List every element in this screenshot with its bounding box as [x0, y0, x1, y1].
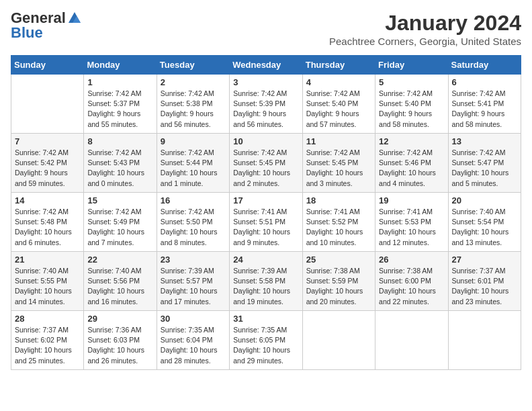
day-number: 16	[161, 195, 226, 205]
days-header-row: SundayMondayTuesdayWednesdayThursdayFrid…	[11, 56, 521, 75]
day-number: 2	[161, 77, 226, 87]
calendar-cell: 12Sunrise: 7:42 AMSunset: 5:46 PMDayligh…	[375, 134, 448, 193]
day-info: Sunrise: 7:42 AMSunset: 5:50 PMDaylight:…	[161, 207, 226, 248]
calendar-cell: 18Sunrise: 7:41 AMSunset: 5:52 PMDayligh…	[302, 193, 375, 252]
week-row-4: 21Sunrise: 7:40 AMSunset: 5:55 PMDayligh…	[11, 252, 521, 311]
day-number: 12	[379, 136, 444, 146]
calendar-cell: 15Sunrise: 7:42 AMSunset: 5:49 PMDayligh…	[84, 193, 157, 252]
calendar-cell: 17Sunrise: 7:41 AMSunset: 5:51 PMDayligh…	[230, 193, 302, 252]
day-header-wednesday: Wednesday	[230, 56, 302, 75]
day-number: 25	[306, 255, 371, 265]
day-info: Sunrise: 7:39 AMSunset: 5:58 PMDaylight:…	[233, 266, 298, 307]
day-number: 24	[233, 255, 298, 265]
day-info: Sunrise: 7:42 AMSunset: 5:40 PMDaylight:…	[379, 89, 444, 130]
calendar-cell: 28Sunrise: 7:37 AMSunset: 6:02 PMDayligh…	[11, 311, 84, 370]
day-info: Sunrise: 7:42 AMSunset: 5:40 PMDaylight:…	[306, 89, 371, 130]
calendar-cell: 25Sunrise: 7:38 AMSunset: 5:59 PMDayligh…	[302, 252, 375, 311]
calendar-cell: 11Sunrise: 7:42 AMSunset: 5:45 PMDayligh…	[302, 134, 375, 193]
day-info: Sunrise: 7:41 AMSunset: 5:52 PMDaylight:…	[306, 207, 371, 248]
calendar-cell: 22Sunrise: 7:40 AMSunset: 5:56 PMDayligh…	[84, 252, 157, 311]
day-header-saturday: Saturday	[448, 56, 521, 75]
day-header-monday: Monday	[84, 56, 157, 75]
calendar-cell: 14Sunrise: 7:42 AMSunset: 5:48 PMDayligh…	[11, 193, 84, 252]
day-number: 23	[161, 255, 226, 265]
calendar-cell: 1Sunrise: 7:42 AMSunset: 5:37 PMDaylight…	[84, 75, 157, 134]
calendar-cell: 2Sunrise: 7:42 AMSunset: 5:38 PMDaylight…	[157, 75, 229, 134]
month-title: January 2024	[329, 11, 521, 36]
day-number: 1	[87, 77, 152, 87]
day-number: 10	[233, 136, 298, 146]
calendar-cell: 24Sunrise: 7:39 AMSunset: 5:58 PMDayligh…	[230, 252, 302, 311]
day-info: Sunrise: 7:37 AMSunset: 6:02 PMDaylight:…	[15, 325, 80, 366]
calendar-cell: 27Sunrise: 7:37 AMSunset: 6:01 PMDayligh…	[448, 252, 521, 311]
day-number: 7	[15, 136, 80, 146]
day-info: Sunrise: 7:41 AMSunset: 5:53 PMDaylight:…	[379, 207, 444, 248]
day-info: Sunrise: 7:42 AMSunset: 5:42 PMDaylight:…	[15, 148, 80, 189]
week-row-3: 14Sunrise: 7:42 AMSunset: 5:48 PMDayligh…	[11, 193, 521, 252]
day-number: 9	[161, 136, 226, 146]
location-subtitle: Peachtree Corners, Georgia, United State…	[329, 36, 521, 47]
calendar-cell: 9Sunrise: 7:42 AMSunset: 5:44 PMDaylight…	[157, 134, 229, 193]
week-row-1: 1Sunrise: 7:42 AMSunset: 5:37 PMDaylight…	[11, 75, 521, 134]
calendar-cell: 8Sunrise: 7:42 AMSunset: 5:43 PMDaylight…	[84, 134, 157, 193]
calendar-cell: 10Sunrise: 7:42 AMSunset: 5:45 PMDayligh…	[230, 134, 302, 193]
calendar-cell: 3Sunrise: 7:42 AMSunset: 5:39 PMDaylight…	[230, 75, 302, 134]
day-info: Sunrise: 7:40 AMSunset: 5:54 PMDaylight:…	[452, 207, 517, 248]
day-number: 17	[233, 195, 298, 205]
day-info: Sunrise: 7:36 AMSunset: 6:03 PMDaylight:…	[87, 325, 152, 366]
day-info: Sunrise: 7:38 AMSunset: 6:00 PMDaylight:…	[379, 266, 444, 307]
calendar-cell: 16Sunrise: 7:42 AMSunset: 5:50 PMDayligh…	[157, 193, 229, 252]
day-info: Sunrise: 7:42 AMSunset: 5:43 PMDaylight:…	[87, 148, 152, 189]
week-row-5: 28Sunrise: 7:37 AMSunset: 6:02 PMDayligh…	[11, 311, 521, 370]
calendar-cell	[302, 311, 375, 370]
day-number: 6	[452, 77, 517, 87]
day-info: Sunrise: 7:42 AMSunset: 5:41 PMDaylight:…	[452, 89, 517, 130]
day-header-thursday: Thursday	[302, 56, 375, 75]
day-info: Sunrise: 7:42 AMSunset: 5:38 PMDaylight:…	[161, 89, 226, 130]
calendar-cell	[375, 311, 448, 370]
calendar-title-area: January 2024 Peachtree Corners, Georgia,…	[329, 11, 521, 47]
week-row-2: 7Sunrise: 7:42 AMSunset: 5:42 PMDaylight…	[11, 134, 521, 193]
day-info: Sunrise: 7:42 AMSunset: 5:49 PMDaylight:…	[87, 207, 152, 248]
logo-blue-text: Blue	[11, 26, 43, 40]
calendar-cell: 5Sunrise: 7:42 AMSunset: 5:40 PMDaylight…	[375, 75, 448, 134]
day-number: 20	[452, 195, 517, 205]
calendar-cell: 13Sunrise: 7:42 AMSunset: 5:47 PMDayligh…	[448, 134, 521, 193]
day-number: 26	[379, 255, 444, 265]
calendar-cell: 30Sunrise: 7:35 AMSunset: 6:04 PMDayligh…	[157, 311, 229, 370]
calendar-cell: 19Sunrise: 7:41 AMSunset: 5:53 PMDayligh…	[375, 193, 448, 252]
day-header-friday: Friday	[375, 56, 448, 75]
day-info: Sunrise: 7:38 AMSunset: 5:59 PMDaylight:…	[306, 266, 371, 307]
day-number: 31	[233, 314, 298, 324]
calendar-cell: 23Sunrise: 7:39 AMSunset: 5:57 PMDayligh…	[157, 252, 229, 311]
page-header: General Blue January 2024 Peachtree Corn…	[11, 11, 521, 47]
day-number: 8	[87, 136, 152, 146]
day-number: 15	[87, 195, 152, 205]
day-info: Sunrise: 7:41 AMSunset: 5:51 PMDaylight:…	[233, 207, 298, 248]
calendar-table: SundayMondayTuesdayWednesdayThursdayFrid…	[11, 55, 521, 370]
day-info: Sunrise: 7:39 AMSunset: 5:57 PMDaylight:…	[161, 266, 226, 307]
day-number: 3	[233, 77, 298, 87]
day-info: Sunrise: 7:35 AMSunset: 6:04 PMDaylight:…	[161, 325, 226, 366]
day-number: 18	[306, 195, 371, 205]
day-number: 11	[306, 136, 371, 146]
day-number: 27	[452, 255, 517, 265]
day-info: Sunrise: 7:42 AMSunset: 5:46 PMDaylight:…	[379, 148, 444, 189]
calendar-cell	[448, 311, 521, 370]
calendar-cell: 21Sunrise: 7:40 AMSunset: 5:55 PMDayligh…	[11, 252, 84, 311]
day-number: 13	[452, 136, 517, 146]
day-info: Sunrise: 7:42 AMSunset: 5:45 PMDaylight:…	[306, 148, 371, 189]
day-info: Sunrise: 7:35 AMSunset: 6:05 PMDaylight:…	[233, 325, 298, 366]
day-number: 28	[15, 314, 80, 324]
day-number: 22	[87, 255, 152, 265]
day-number: 14	[15, 195, 80, 205]
day-info: Sunrise: 7:37 AMSunset: 6:01 PMDaylight:…	[452, 266, 517, 307]
calendar-cell: 4Sunrise: 7:42 AMSunset: 5:40 PMDaylight…	[302, 75, 375, 134]
day-info: Sunrise: 7:42 AMSunset: 5:47 PMDaylight:…	[452, 148, 517, 189]
day-info: Sunrise: 7:42 AMSunset: 5:39 PMDaylight:…	[233, 89, 298, 130]
day-number: 29	[87, 314, 152, 324]
logo-general-text: General	[11, 11, 66, 26]
day-info: Sunrise: 7:42 AMSunset: 5:48 PMDaylight:…	[15, 207, 80, 248]
logo: General Blue	[11, 11, 82, 40]
day-info: Sunrise: 7:42 AMSunset: 5:37 PMDaylight:…	[87, 89, 152, 130]
